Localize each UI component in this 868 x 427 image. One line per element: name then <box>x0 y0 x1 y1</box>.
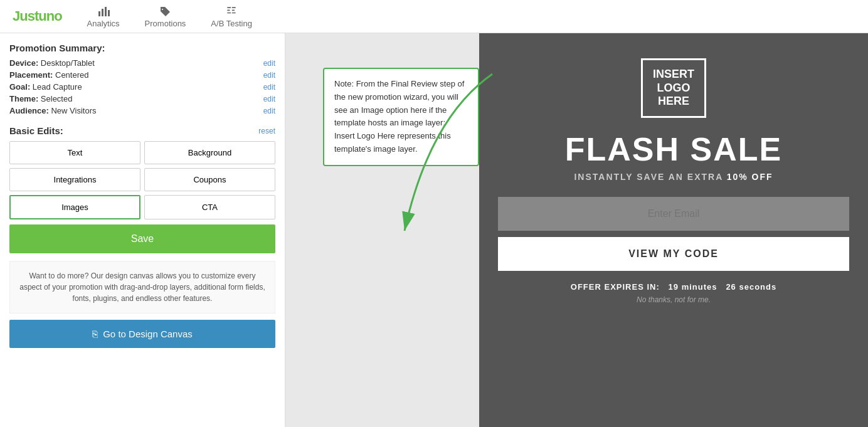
left-panel: Promotion Summary: Device: Desktop/Table… <box>0 33 285 427</box>
audience-label: Audience: New Visitors <box>9 106 96 115</box>
summary-row-device: Device: Desktop/Tablet edit <box>9 58 275 68</box>
svg-rect-1 <box>102 9 103 16</box>
nav-promotions[interactable]: Promotions <box>145 5 186 28</box>
logo-line3: HERE <box>653 95 694 108</box>
logo[interactable]: Justuno <box>13 8 62 24</box>
note-text: Note: From the Final Review step of the … <box>334 79 464 154</box>
goal-edit-link[interactable]: edit <box>263 83 275 92</box>
note-box: Note: From the Final Review step of the … <box>323 68 479 166</box>
placement-edit-link[interactable]: edit <box>263 71 275 80</box>
offer-minutes: 19 minutes <box>669 282 717 292</box>
text-edit-button[interactable]: Text <box>9 141 140 164</box>
center-panel: Note: From the Final Review step of the … <box>285 33 479 427</box>
nav-analytics-label: Analytics <box>87 19 120 28</box>
device-edit-link[interactable]: edit <box>263 59 275 68</box>
placement-label: Placement: Centered <box>9 70 88 80</box>
summary-row-audience: Audience: New Visitors edit <box>9 106 275 115</box>
view-code-button-preview[interactable]: VIEW MY CODE <box>498 237 849 271</box>
logo-text-uno: uno <box>38 8 61 24</box>
svg-rect-3 <box>108 10 110 16</box>
theme-edit-link[interactable]: edit <box>263 95 275 103</box>
nav-ab-testing[interactable]: A/B Testing <box>211 5 252 28</box>
goal-label: Goal: Lead Capture <box>9 82 82 92</box>
top-navigation: Justuno Analytics Promotions A/B Testing <box>0 0 868 33</box>
promotion-summary-title: Promotion Summary: <box>9 43 275 53</box>
nav-analytics[interactable]: Analytics <box>87 5 120 28</box>
logo-text-just: Just <box>13 8 38 24</box>
theme-label: Theme: Selected <box>9 94 72 103</box>
integrations-edit-button[interactable]: Integrations <box>9 168 140 191</box>
reset-link[interactable]: reset <box>258 127 275 135</box>
tag-icon <box>159 5 171 18</box>
audience-edit-link[interactable]: edit <box>263 107 275 115</box>
images-edit-button[interactable]: Images <box>9 195 140 219</box>
coupons-edit-button[interactable]: Coupons <box>144 168 275 191</box>
summary-row-goal: Goal: Lead Capture edit <box>9 82 275 92</box>
subtitle-bold: 10% OFF <box>727 172 773 182</box>
background-edit-button[interactable]: Background <box>144 141 275 164</box>
edit-buttons-grid: Text Background Integrations Coupons Ima… <box>9 141 275 219</box>
nav-promotions-label: Promotions <box>145 19 186 28</box>
summary-row-placement: Placement: Centered edit <box>9 70 275 80</box>
save-button[interactable]: Save <box>9 224 275 253</box>
svg-rect-0 <box>98 11 100 16</box>
logo-placeholder: INSERT LOGO HERE <box>641 58 706 118</box>
device-label: Device: Desktop/Tablet <box>9 58 95 68</box>
logo-line1: INSERT <box>653 68 694 82</box>
right-preview-panel: INSERT LOGO HERE FLASH SALE INSTANTLY SA… <box>479 33 868 427</box>
logo-line2: LOGO <box>653 82 694 95</box>
flash-sale-headline: FLASH SALE <box>565 130 782 168</box>
svg-rect-2 <box>105 7 107 16</box>
goto-design-canvas-button[interactable]: ⎘ Go to Design Canvas <box>9 320 275 348</box>
basic-edits-title: Basic Edits: <box>9 125 63 136</box>
no-thanks-text: No thanks, not for me. <box>637 295 711 304</box>
bar-chart-icon <box>97 5 110 18</box>
monitor-icon: ⎘ <box>92 329 98 339</box>
design-canvas-info: Want to do more? Our design canvas allow… <box>9 261 275 314</box>
offer-seconds: 26 seconds <box>726 282 776 292</box>
offer-expires: OFFER EXPIRES IN: 19 minutes 26 seconds <box>571 282 776 292</box>
flash-sale-subtitle: INSTANTLY SAVE AN EXTRA 10% OFF <box>574 172 773 182</box>
offer-expires-label: OFFER EXPIRES IN: <box>571 282 660 292</box>
nav-ab-testing-label: A/B Testing <box>211 19 252 28</box>
goto-design-canvas-label: Go to Design Canvas <box>103 329 193 339</box>
ab-test-icon <box>225 5 238 18</box>
basic-edits-header: Basic Edits: reset <box>9 125 275 136</box>
email-input-preview[interactable] <box>498 197 849 231</box>
cta-edit-button[interactable]: CTA <box>144 195 275 219</box>
subtitle-pre: INSTANTLY SAVE AN EXTRA <box>574 172 726 182</box>
summary-row-theme: Theme: Selected edit <box>9 94 275 103</box>
